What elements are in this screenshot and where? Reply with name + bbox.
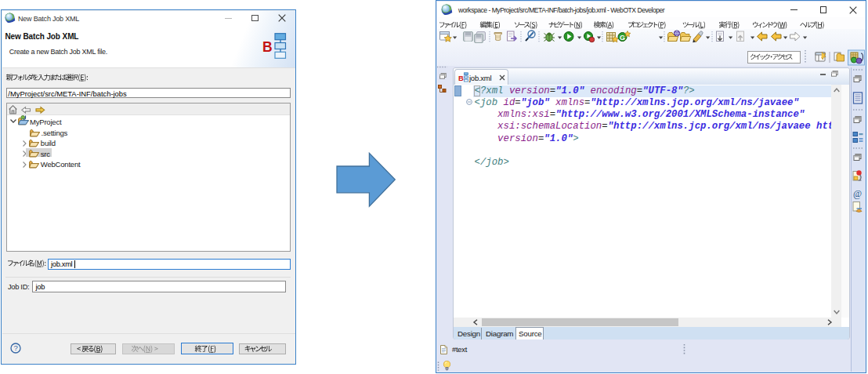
- svg-text:G: G: [620, 34, 625, 42]
- svg-text:@: @: [853, 188, 862, 199]
- svg-text:B: B: [458, 73, 464, 82]
- svg-text:?: ?: [14, 343, 18, 352]
